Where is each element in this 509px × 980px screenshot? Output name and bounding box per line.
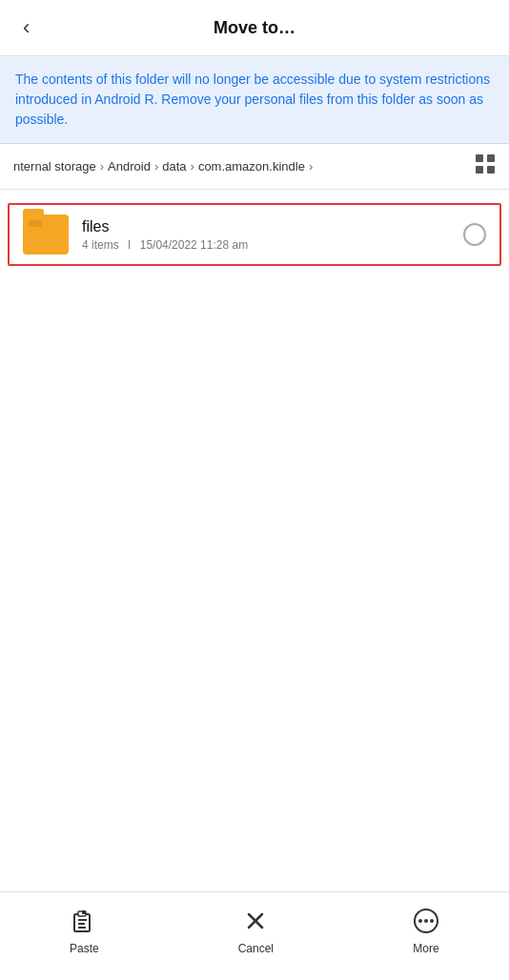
meta-separator: I <box>128 238 131 252</box>
list-item[interactable]: files 4 items I 15/04/2022 11:28 am <box>8 203 501 266</box>
breadcrumb-sep-2: › <box>154 159 158 174</box>
more-label: More <box>413 942 438 955</box>
folder-icon <box>23 214 69 255</box>
breadcrumb-item-storage: nternal storage <box>13 159 96 174</box>
file-date: 15/04/2022 11:28 am <box>140 238 248 252</box>
svg-rect-2 <box>476 166 483 174</box>
breadcrumb-item-data: data <box>162 159 186 174</box>
breadcrumb: nternal storage › Android › data › com.a… <box>0 144 509 190</box>
paste-button[interactable]: Paste <box>51 902 118 961</box>
breadcrumb-item-kindle: com.amazon.kindle <box>198 159 305 174</box>
paste-icon <box>71 908 97 938</box>
file-info: files 4 items I 15/04/2022 11:28 am <box>82 218 463 252</box>
back-button[interactable]: ‹ <box>15 13 37 42</box>
more-icon <box>413 908 439 938</box>
select-radio[interactable] <box>463 223 486 246</box>
svg-rect-3 <box>487 166 495 174</box>
svg-rect-4 <box>29 220 42 227</box>
header-title: Move to… <box>214 18 295 38</box>
item-count: 4 items <box>82 238 119 252</box>
cancel-button[interactable]: Cancel <box>219 902 293 961</box>
svg-point-16 <box>430 919 434 923</box>
breadcrumb-path[interactable]: nternal storage › Android › data › com.a… <box>13 159 465 174</box>
paste-label: Paste <box>70 942 99 955</box>
breadcrumb-sep-3: › <box>191 159 194 174</box>
svg-rect-1 <box>487 154 495 162</box>
breadcrumb-sep-1: › <box>100 159 104 174</box>
file-meta: 4 items I 15/04/2022 11:28 am <box>82 238 463 252</box>
warning-text: The contents of this folder will no long… <box>15 71 490 127</box>
breadcrumb-item-android: Android <box>108 159 151 174</box>
file-list: files 4 items I 15/04/2022 11:28 am <box>0 190 509 891</box>
file-name: files <box>82 218 463 235</box>
svg-point-15 <box>424 919 428 923</box>
more-button[interactable]: More <box>394 902 458 961</box>
svg-rect-9 <box>78 927 86 929</box>
svg-rect-8 <box>78 923 85 925</box>
bottom-toolbar: Paste Cancel More <box>0 891 509 980</box>
grid-view-icon[interactable] <box>475 153 496 179</box>
breadcrumb-sep-4: › <box>309 159 313 174</box>
svg-point-14 <box>418 919 422 923</box>
svg-rect-0 <box>476 154 483 162</box>
cancel-label: Cancel <box>238 942 274 955</box>
header: ‹ Move to… <box>0 0 509 56</box>
warning-banner: The contents of this folder will no long… <box>0 56 509 144</box>
svg-rect-10 <box>82 910 86 914</box>
svg-rect-7 <box>78 919 87 921</box>
cancel-icon <box>242 908 269 938</box>
